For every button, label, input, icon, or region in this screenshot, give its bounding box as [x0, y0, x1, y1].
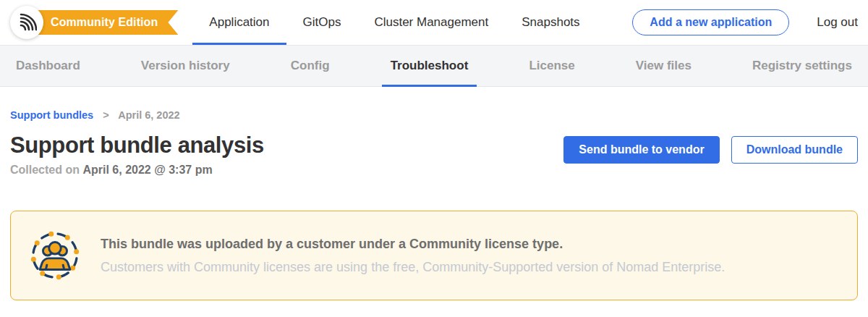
top-bar-right: Add a new application Log out	[632, 9, 858, 35]
sub-nav-item-version-history[interactable]: Version history	[141, 46, 230, 86]
page-header-text: Support bundle analysis Collected on Apr…	[10, 132, 264, 177]
notice-body: Customers with Community licenses are us…	[101, 260, 725, 275]
breadcrumb-separator: >	[103, 109, 109, 121]
main-content: Support bundles > April 6, 2022 Support …	[0, 109, 868, 300]
sub-nav-item-registry-settings[interactable]: Registry settings	[752, 46, 852, 86]
replicated-logo-icon[interactable]	[10, 6, 43, 39]
top-nav: Application GitOps Cluster Management Sn…	[192, 0, 596, 45]
sub-nav-item-dashboard[interactable]: Dashboard	[16, 46, 80, 86]
community-people-icon	[30, 230, 80, 281]
sub-nav-item-license[interactable]: License	[529, 46, 574, 86]
top-bar: Community Edition Application GitOps Clu…	[0, 0, 868, 45]
collected-date: April 6, 2022 @ 3:37 pm	[82, 164, 212, 176]
page-title: Support bundle analysis	[10, 132, 264, 158]
community-license-notice: This bundle was uploaded by a customer u…	[10, 211, 858, 300]
top-nav-item-snapshots[interactable]: Snapshots	[505, 0, 596, 45]
notice-text: This bundle was uploaded by a customer u…	[101, 237, 725, 275]
brand: Community Edition	[10, 6, 178, 39]
breadcrumb-current: April 6, 2022	[118, 109, 179, 121]
sub-nav-item-view-files[interactable]: View files	[636, 46, 692, 86]
page-header-row: Support bundle analysis Collected on Apr…	[10, 132, 858, 177]
top-nav-item-application[interactable]: Application	[192, 0, 286, 45]
app-sub-nav: Dashboard Version history Config Trouble…	[0, 45, 868, 87]
top-nav-item-gitops[interactable]: GitOps	[286, 0, 358, 45]
logout-link[interactable]: Log out	[817, 15, 858, 30]
breadcrumb: Support bundles > April 6, 2022	[10, 109, 858, 121]
collected-prefix: Collected on	[10, 164, 82, 176]
sub-nav-item-config[interactable]: Config	[291, 46, 330, 86]
breadcrumb-support-bundles-link[interactable]: Support bundles	[10, 109, 93, 121]
download-bundle-button[interactable]: Download bundle	[731, 136, 858, 164]
add-application-button[interactable]: Add a new application	[632, 9, 789, 35]
community-edition-badge: Community Edition	[33, 10, 178, 35]
send-bundle-to-vendor-button[interactable]: Send bundle to vendor	[563, 136, 719, 164]
bundle-actions: Send bundle to vendor Download bundle	[563, 136, 858, 164]
sub-nav-item-troubleshoot[interactable]: Troubleshoot	[391, 46, 469, 86]
notice-heading: This bundle was uploaded by a customer u…	[101, 237, 725, 252]
collected-timestamp: Collected on April 6, 2022 @ 3:37 pm	[10, 164, 264, 177]
top-nav-item-cluster-management[interactable]: Cluster Management	[357, 0, 505, 45]
